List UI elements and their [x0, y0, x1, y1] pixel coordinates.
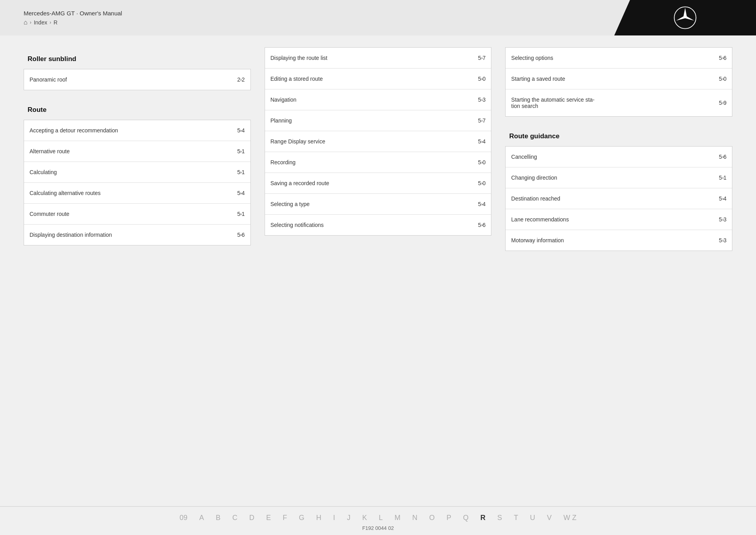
- alpha-S[interactable]: S: [497, 514, 502, 522]
- list-item[interactable]: Displaying destination information 5›6: [24, 225, 250, 245]
- alpha-E[interactable]: E: [266, 514, 271, 522]
- breadcrumb-r[interactable]: R: [54, 19, 57, 26]
- list-item[interactable]: Commuter route 5›1: [24, 204, 250, 225]
- entry-page: 5›6: [237, 232, 245, 238]
- entry-page: 5›4: [478, 201, 485, 207]
- entry-page: 5›3: [719, 237, 726, 243]
- alpha-N[interactable]: N: [412, 514, 417, 522]
- entry-page: 2›2: [237, 76, 245, 83]
- right-top-items: Selecting options 5›6 Starting a saved r…: [505, 47, 732, 117]
- header: Mercedes-AMG GT · Owner's Manual ⌂ › Ind…: [0, 0, 756, 35]
- roller-sunblind-items: Panoramic roof 2›2: [24, 69, 251, 90]
- section-roller-sunblind: Roller sunblind: [24, 47, 251, 69]
- footer-code: F192 0044 02: [0, 525, 756, 531]
- breadcrumb: ⌂ › Index › R: [24, 19, 122, 26]
- entry-page: 5›1: [237, 148, 245, 154]
- alpha-O[interactable]: O: [429, 514, 435, 522]
- entry-page: 5›0: [478, 159, 485, 165]
- entry-label: Alternative route: [30, 148, 70, 154]
- list-item[interactable]: Motorway information 5›3: [506, 230, 732, 251]
- alpha-M[interactable]: M: [395, 514, 400, 522]
- column-left: Roller sunblind Panoramic roof 2›2 Route…: [24, 47, 255, 251]
- entry-page: 5›1: [237, 211, 245, 217]
- list-item[interactable]: Cancelling 5›6: [506, 147, 732, 167]
- list-item[interactable]: Destination reached 5›4: [506, 188, 732, 209]
- entry-label: Starting a saved route: [511, 76, 565, 82]
- mercedes-logo: [673, 6, 697, 30]
- alpha-B[interactable]: B: [216, 514, 220, 522]
- entry-page: 5›3: [478, 97, 485, 103]
- entry-label: Editing a stored route: [271, 76, 323, 82]
- entry-page: 5›6: [719, 55, 726, 61]
- entry-label: Saving a recorded route: [271, 180, 329, 186]
- column-mid: Displaying the route list 5›7 Editing a …: [263, 47, 494, 251]
- entry-page: 5›1: [719, 175, 726, 181]
- alpha-V[interactable]: V: [547, 514, 552, 522]
- document-title: Mercedes-AMG GT · Owner's Manual: [24, 10, 122, 17]
- alpha-G[interactable]: G: [299, 514, 304, 522]
- list-item[interactable]: Accepting a detour recommendation 5›4: [24, 120, 250, 141]
- list-item[interactable]: Selecting options 5›6: [506, 48, 732, 69]
- entry-label: Selecting a type: [271, 201, 310, 207]
- section-route: Route: [24, 98, 251, 120]
- alpha-P[interactable]: P: [447, 514, 451, 522]
- alpha-F[interactable]: F: [283, 514, 287, 522]
- entry-label: Recording: [271, 159, 296, 165]
- entry-page: 5›7: [478, 55, 485, 61]
- entry-label: Planning: [271, 117, 292, 124]
- list-item[interactable]: Selecting a type 5›4: [265, 194, 491, 215]
- alpha-J[interactable]: J: [347, 514, 350, 522]
- entry-page: 5›3: [719, 216, 726, 223]
- list-item[interactable]: Starting the automatic service sta-tion …: [506, 89, 732, 116]
- entry-label: Accepting a detour recommendation: [30, 127, 118, 134]
- list-item[interactable]: Calculating 5›1: [24, 162, 250, 183]
- alpha-WZ[interactable]: W Z: [563, 514, 576, 522]
- alpha-K[interactable]: K: [362, 514, 367, 522]
- entry-label: Calculating: [30, 169, 57, 175]
- list-item[interactable]: Navigation 5›3: [265, 89, 491, 110]
- entry-label: Motorway information: [511, 237, 564, 243]
- entry-label: Commuter route: [30, 211, 69, 217]
- columns-wrapper: Roller sunblind Panoramic roof 2›2 Route…: [24, 47, 732, 251]
- home-icon[interactable]: ⌂: [24, 19, 28, 26]
- list-item[interactable]: Range Display service 5›4: [265, 131, 491, 152]
- list-item: Panoramic roof 2›2: [24, 69, 250, 90]
- alpha-H[interactable]: H: [316, 514, 321, 522]
- entry-label: Selecting notifications: [271, 222, 324, 228]
- alpha-C[interactable]: C: [232, 514, 237, 522]
- breadcrumb-sep-2: ›: [50, 20, 51, 25]
- breadcrumb-sep-1: ›: [30, 20, 32, 25]
- logo-area: [614, 0, 756, 35]
- entry-page: 5›4: [719, 195, 726, 202]
- entry-page: 5›6: [478, 222, 485, 228]
- entry-label: Destination reached: [511, 195, 560, 202]
- breadcrumb-index[interactable]: Index: [34, 19, 47, 26]
- route-items: Accepting a detour recommendation 5›4 Al…: [24, 120, 251, 245]
- alpha-Q[interactable]: Q: [463, 514, 469, 522]
- list-item[interactable]: Displaying the route list 5›7: [265, 48, 491, 69]
- alpha-R[interactable]: R: [480, 514, 485, 522]
- alpha-A[interactable]: A: [199, 514, 204, 522]
- alpha-09[interactable]: 09: [180, 514, 187, 522]
- alpha-U[interactable]: U: [530, 514, 535, 522]
- list-item[interactable]: Editing a stored route 5›0: [265, 69, 491, 89]
- alpha-T[interactable]: T: [514, 514, 518, 522]
- list-item[interactable]: Calculating alternative routes 5›4: [24, 183, 250, 204]
- list-item[interactable]: Lane recommendations 5›3: [506, 209, 732, 230]
- list-item[interactable]: Starting a saved route 5›0: [506, 69, 732, 89]
- alpha-I[interactable]: I: [333, 514, 335, 522]
- column-right: Selecting options 5›6 Starting a saved r…: [501, 47, 732, 251]
- entry-page: 5›7: [478, 117, 485, 124]
- list-item[interactable]: Changing direction 5›1: [506, 167, 732, 188]
- list-item[interactable]: Alternative route 5›1: [24, 141, 250, 162]
- list-item[interactable]: Planning 5›7: [265, 110, 491, 131]
- alpha-L[interactable]: L: [379, 514, 383, 522]
- entry-label: Panoramic roof: [30, 76, 67, 83]
- list-item[interactable]: Saving a recorded route 5›0: [265, 173, 491, 194]
- list-item[interactable]: Selecting notifications 5›6: [265, 215, 491, 235]
- entry-label: Navigation: [271, 97, 296, 103]
- list-item[interactable]: Recording 5›0: [265, 152, 491, 173]
- alpha-D[interactable]: D: [249, 514, 254, 522]
- route-guidance-items: Cancelling 5›6 Changing direction 5›1 De…: [505, 146, 732, 251]
- entry-label: Displaying destination information: [30, 232, 112, 238]
